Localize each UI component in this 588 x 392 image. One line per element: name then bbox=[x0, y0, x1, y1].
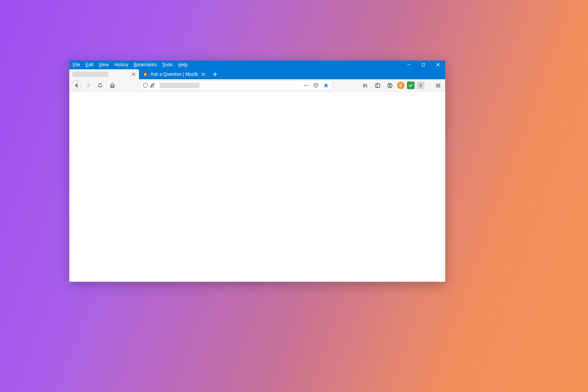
sidebar-button[interactable] bbox=[372, 80, 382, 90]
url-redacted bbox=[160, 83, 199, 88]
svg-rect-21 bbox=[376, 83, 380, 87]
identity-box[interactable] bbox=[143, 83, 157, 88]
home-icon bbox=[109, 83, 115, 88]
extension-c-icon bbox=[399, 83, 403, 88]
maximize-button[interactable] bbox=[416, 60, 431, 69]
back-button[interactable] bbox=[72, 80, 82, 90]
extension-orange[interactable] bbox=[397, 82, 405, 89]
svg-line-20 bbox=[366, 84, 367, 87]
svg-point-25 bbox=[420, 83, 421, 85]
plus-icon bbox=[213, 72, 217, 77]
menu-bookmarks[interactable]: Bookmarks bbox=[131, 61, 159, 69]
menubar: File Edit View History Bookmarks Tools H… bbox=[69, 61, 190, 69]
tab-2-close[interactable] bbox=[200, 71, 206, 77]
svg-point-24 bbox=[389, 84, 390, 86]
close-icon bbox=[132, 72, 136, 76]
arrow-left-icon bbox=[74, 83, 79, 88]
tab-2-label: Ask a Question | Mozilla Suppo bbox=[150, 72, 198, 77]
library-icon bbox=[363, 83, 368, 88]
menu-tools[interactable]: Tools bbox=[159, 61, 175, 69]
browser-window: File Edit View History Bookmarks Tools H… bbox=[69, 60, 445, 282]
menu-help-label: elp bbox=[181, 62, 188, 67]
svg-rect-1 bbox=[422, 64, 425, 66]
menu-tools-label: ools bbox=[164, 62, 173, 67]
tab-1[interactable] bbox=[69, 69, 139, 79]
home-button[interactable] bbox=[107, 80, 117, 90]
extension-green[interactable] bbox=[407, 82, 415, 89]
urlbar-actions bbox=[302, 80, 330, 90]
checkmark-icon bbox=[408, 83, 413, 88]
shield-icon bbox=[143, 83, 148, 88]
star-filled-icon bbox=[323, 83, 329, 88]
tab-1-close[interactable] bbox=[131, 71, 137, 77]
svg-point-15 bbox=[304, 85, 305, 86]
close-button[interactable] bbox=[431, 60, 445, 69]
menu-view-label: iew bbox=[102, 62, 109, 67]
titlebar: File Edit View History Bookmarks Tools H… bbox=[69, 60, 445, 69]
menu-bookmarks-label: ookmarks bbox=[137, 62, 157, 67]
tab-2[interactable]: Ask a Question | Mozilla Suppo bbox=[139, 69, 209, 79]
menu-history[interactable]: History bbox=[111, 61, 131, 69]
minimize-button[interactable] bbox=[402, 60, 416, 69]
extension-grey[interactable] bbox=[417, 82, 425, 89]
pocket-icon bbox=[313, 83, 318, 88]
forward-button[interactable] bbox=[83, 80, 93, 90]
page-actions-button[interactable] bbox=[302, 80, 310, 90]
account-icon bbox=[387, 83, 393, 88]
menu-view[interactable]: View bbox=[96, 61, 111, 69]
menu-edit[interactable]: Edit bbox=[83, 61, 96, 69]
svg-point-17 bbox=[307, 85, 308, 86]
account-button[interactable] bbox=[385, 80, 395, 90]
bookmark-button[interactable] bbox=[322, 80, 330, 90]
reload-button[interactable] bbox=[95, 80, 105, 90]
ellipsis-icon bbox=[303, 83, 309, 88]
sidebar-icon bbox=[375, 83, 381, 88]
hamburger-icon bbox=[435, 83, 441, 88]
close-icon bbox=[436, 63, 440, 67]
menu-help[interactable]: Help bbox=[175, 61, 190, 69]
page-content bbox=[69, 92, 445, 282]
accessibility-icon bbox=[418, 83, 423, 88]
hamburger-menu-button[interactable] bbox=[433, 80, 443, 90]
svg-point-16 bbox=[305, 85, 307, 86]
toolbar-right bbox=[360, 80, 443, 90]
menu-edit-label: dit bbox=[88, 62, 93, 67]
minimize-icon bbox=[407, 63, 411, 67]
window-controls bbox=[402, 60, 445, 69]
firefox-icon bbox=[142, 72, 148, 77]
insecure-connection-icon bbox=[150, 83, 155, 88]
menu-file[interactable]: File bbox=[70, 61, 83, 69]
arrow-right-icon bbox=[86, 83, 91, 88]
new-tab-button[interactable] bbox=[210, 69, 220, 79]
tab-1-redacted-title bbox=[72, 72, 108, 77]
pocket-button[interactable] bbox=[312, 80, 320, 90]
url-bar[interactable] bbox=[140, 80, 332, 90]
close-icon bbox=[201, 72, 205, 76]
library-button[interactable] bbox=[360, 80, 370, 90]
firefox-favicon bbox=[142, 71, 148, 77]
maximize-icon bbox=[421, 63, 425, 67]
nav-toolbar bbox=[69, 79, 445, 92]
reload-icon bbox=[98, 83, 103, 88]
menu-file-label: ile bbox=[75, 62, 80, 67]
tabstrip: Ask a Question | Mozilla Suppo bbox=[69, 69, 445, 79]
